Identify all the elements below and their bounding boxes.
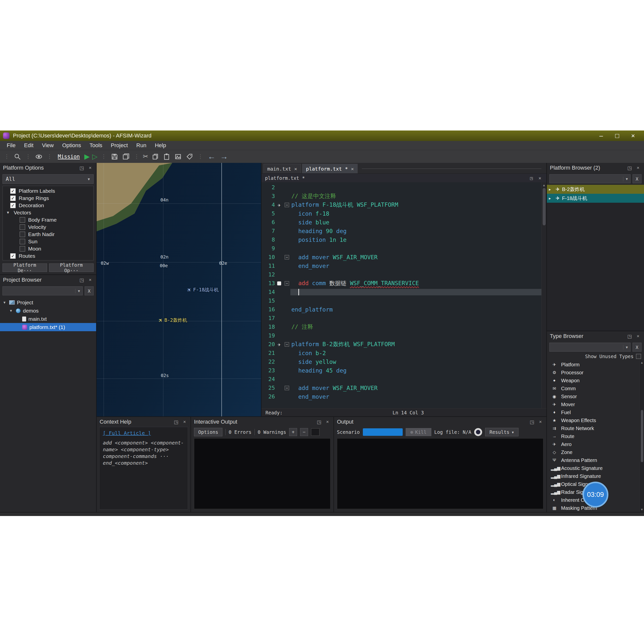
code-line-8[interactable]: 8 position 1n 1e [261,235,541,244]
code-line-23[interactable]: 23 heading 45 deg [261,366,541,375]
float-panel-icon[interactable]: ◳ [173,419,179,425]
tab-platform-txt[interactable]: platform.txt *× [302,164,358,173]
float-panel-icon[interactable]: ◳ [79,165,85,171]
color-swatch[interactable] [311,428,320,436]
float-panel-icon[interactable]: ◳ [316,419,322,425]
expand-icon[interactable]: ▸ [549,196,553,201]
expand-icon[interactable]: ▸ [549,187,553,192]
platform-browser-dropdown[interactable]: ▾ [549,174,631,183]
code-line-2[interactable]: 2 [261,183,541,192]
code-line-13[interactable]: 13− add comm 数据链 WSF_COMM_TRANSERVICE [261,279,541,288]
option-moon[interactable]: Moon [4,245,92,252]
float-panel-icon[interactable]: ◳ [627,165,633,171]
full-article-link[interactable]: [ Full Article ] [103,430,151,436]
fold-icon[interactable]: − [285,203,289,207]
option-routes[interactable]: ✓Routes [4,252,92,259]
option-platform-labels[interactable]: ✓Platform Labels [4,187,92,194]
project-filter-dropdown[interactable]: ▾ [2,286,83,295]
code-line-4[interactable]: 4✈−platform F-18战斗机 WSF_PLATFORM [261,200,541,209]
scroll-up-icon[interactable]: ▲ [641,361,644,364]
copy-icon[interactable] [151,152,160,161]
option-range-rings[interactable]: ✓Range Rings [4,194,92,202]
type-item-zone[interactable]: ◇Zone [547,448,644,456]
recording-timer-overlay[interactable]: 03:09 [582,482,608,508]
code-line-17[interactable]: 17 [261,314,541,322]
navigate-back-icon[interactable]: ← [206,152,216,161]
close-panel-icon[interactable]: × [87,165,93,171]
checkbox-routes[interactable]: ✓ [10,253,16,259]
float-panel-icon[interactable]: ◳ [627,333,633,339]
zoom-in-button[interactable]: + [289,428,297,436]
map-view[interactable]: 04n02n00e02w02e02s✈F-18战斗机✈B-2轰炸机 [97,163,261,416]
code-area[interactable]: 23// 这是中文注释4✈−platform F-18战斗机 WSF_PLATF… [261,182,541,408]
code-line-5[interactable]: 5 icon f-18 [261,209,541,218]
close-panel-icon[interactable]: × [87,277,93,283]
type-item-infrared-signature[interactable]: ▂▄▆Infrared Signature [547,472,644,480]
navigate-forward-icon[interactable]: → [219,152,229,161]
type-item-aero[interactable]: ✈Aero [547,440,644,448]
tree-item-project[interactable]: ▾Project [0,298,96,307]
platform-item-b-2轰炸机[interactable]: ▸✈B-2轰炸机 [547,185,644,194]
code-line-19[interactable]: 19 [261,331,541,340]
code-line-3[interactable]: 3// 这是中文注释 [261,192,541,200]
image-frame-icon[interactable] [174,152,183,161]
expander-icon[interactable]: ▾ [2,300,7,305]
code-line-25[interactable]: 25− add mover WSF_AIR_MOVER [261,384,541,392]
run-alternate-icon[interactable]: ▷ [92,153,98,160]
tab-platform-de[interactable]: Platform De··· [2,263,47,272]
visibility-eye-icon[interactable] [34,152,43,161]
type-item-processor[interactable]: ⚙Processor [547,369,644,377]
close-panel-icon[interactable]: × [635,333,641,339]
run-mission-icon[interactable]: ▶ [84,153,90,160]
type-item-route[interactable]: →Route [547,432,644,440]
type-item-comm[interactable]: ✉Comm [547,385,644,392]
close-panel-icon[interactable]: × [537,419,543,425]
checkbox-decoration[interactable]: ✓ [10,203,16,208]
code-line-24[interactable]: 24 [261,375,541,384]
option-decoration[interactable]: ✓Decoration [4,202,92,209]
checkbox-velocity[interactable] [20,224,25,230]
checkbox-body-frame[interactable] [20,217,25,223]
save-icon[interactable] [110,152,119,161]
minimize-button[interactable]: – [593,132,609,140]
fold-icon[interactable]: − [285,255,289,259]
scroll-down-icon[interactable]: ▼ [641,508,644,511]
option-earth-nadir[interactable]: Earth Nadir [4,231,92,238]
expander-icon[interactable]: ▾ [8,308,13,313]
type-item-mover[interactable]: ✈Mover [547,400,644,408]
close-panel-icon[interactable]: × [182,419,188,425]
menu-file[interactable]: File [2,141,20,150]
code-line-9[interactable]: 9 [261,244,541,253]
type-item-platform[interactable]: ✈Platform [547,361,644,369]
float-panel-icon[interactable]: ◳ [79,277,85,283]
search-icon[interactable] [13,152,22,161]
type-item-antenna-pattern[interactable]: ΨAntenna Pattern [547,456,644,464]
checkbox-range-rings[interactable]: ✓ [10,195,16,201]
cut-scissors-icon[interactable]: ✂ [143,153,148,160]
scrollbar-thumb[interactable] [543,188,546,225]
type-browser-dropdown[interactable]: ▾ [549,343,631,352]
scroll-up-icon[interactable]: ▲ [542,182,546,188]
platform-item-f-18战斗机[interactable]: ▸✈F-18战斗机 [547,194,644,203]
maximize-button[interactable]: □ [609,132,625,140]
code-line-20[interactable]: 20✈−platform B-2轰炸机 WSF_PLATFORM [261,340,541,349]
checkbox-platform-labels[interactable]: ✓ [10,188,16,194]
close-tab-icon[interactable]: × [351,166,354,172]
tab-platform-op[interactable]: Platform Op··· [49,263,94,272]
code-line-6[interactable]: 6 side blue [261,218,541,227]
mission-selector[interactable]: Mission [58,154,80,160]
code-line-14[interactable]: 14 [261,288,541,296]
code-line-22[interactable]: 22 side yellow [261,357,541,366]
editor-doc-header[interactable]: platform.txt * ◳ × [261,173,546,182]
code-line-7[interactable]: 7 heading 90 deg [261,227,541,235]
code-line-26[interactable]: 26 end_mover [261,392,541,401]
clear-filter-button[interactable]: X [633,174,642,183]
option-vectors[interactable]: ▾Vectors [4,209,92,216]
code-line-18[interactable]: 18// 注释 [261,322,541,331]
close-button[interactable]: × [625,132,641,140]
type-browser-scrollbar[interactable]: ▲ ▼ [640,360,644,512]
close-panel-icon[interactable]: × [537,175,543,181]
tree-item-platform-txt-1[interactable]: platform.txt* (1) [0,323,96,331]
window-titlebar[interactable]: Project (C:\Users\dever\Desktop\demos) -… [0,130,644,141]
type-item-sensor[interactable]: ◉Sensor [547,392,644,400]
